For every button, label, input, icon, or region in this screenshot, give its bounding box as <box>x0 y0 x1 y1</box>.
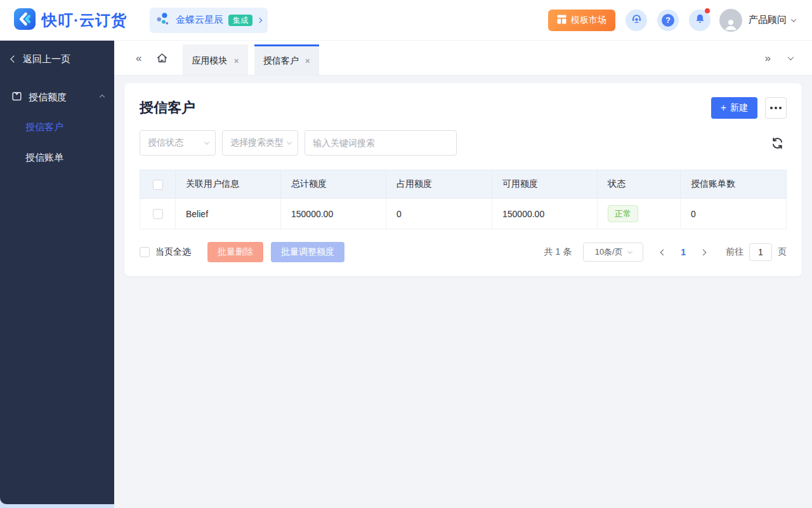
chevron-down-icon <box>627 248 632 253</box>
card-header: 授信客户 + 新建 <box>124 83 802 119</box>
page-size-select[interactable]: 10条/页 <box>583 243 643 262</box>
page-number-1[interactable]: 1 <box>681 247 686 257</box>
bell-icon <box>695 13 705 27</box>
content: 授信客户 + 新建 授信状态 <box>114 76 812 508</box>
user-role-label: 产品顾问 <box>749 14 787 26</box>
avatar[interactable] <box>719 9 742 32</box>
tab-close-icon[interactable]: × <box>233 56 239 66</box>
column-header: 可用额度 <box>492 170 598 199</box>
column-header: 关联用户信息 <box>176 170 281 199</box>
brand-name: 快叮·云订货 <box>42 10 127 30</box>
tab-close-icon[interactable]: × <box>305 56 310 66</box>
new-button[interactable]: + 新建 <box>711 97 757 119</box>
plus-icon: + <box>721 103 726 113</box>
credit-customers-table: 关联用户信息 总计额度 占用额度 可用额度 状态 授信账单数 <box>140 170 787 229</box>
back-button[interactable]: 返回上一页 <box>0 46 114 72</box>
integration-entry[interactable]: 金蝶云星辰 集成 <box>150 8 268 33</box>
prev-page-button[interactable] <box>661 250 665 255</box>
select-all-page-checkbox[interactable] <box>140 247 150 257</box>
page-title: 授信客户 <box>140 98 195 117</box>
refresh-button[interactable] <box>771 137 784 150</box>
tabs-menu-icon[interactable] <box>788 54 794 60</box>
top-header: 快叮·云订货 金蝶云星辰 集成 <box>0 0 812 41</box>
tabbar-right-controls: » <box>765 53 793 64</box>
sidebar-item-label: 授信客户 <box>25 121 63 133</box>
cell-available: 150000.00 <box>492 199 598 229</box>
cell-used: 0 <box>386 199 492 229</box>
chevron-left-icon <box>10 55 17 62</box>
table-row: Belief 150000.00 0 150000.00 正常 0 <box>140 199 787 229</box>
dot-icon <box>779 107 782 109</box>
tabs-scroll-right-icon[interactable]: » <box>765 53 771 64</box>
template-market-button[interactable]: 模板市场 <box>548 10 615 31</box>
column-header: 总计额度 <box>281 170 386 199</box>
chevron-left-icon <box>660 249 667 255</box>
credit-badge-icon <box>11 91 22 104</box>
credit-customers-card: 授信客户 + 新建 授信状态 <box>124 83 802 276</box>
batch-adjust-button[interactable]: 批量调整额度 <box>271 242 344 262</box>
tab-credit-customers[interactable]: 授信客户 × <box>254 44 319 75</box>
select-all-header-checkbox[interactable] <box>153 180 163 190</box>
table-header-row: 关联用户信息 总计额度 占用额度 可用额度 状态 授信账单数 <box>140 170 787 199</box>
question-icon: ? <box>662 14 674 27</box>
home-tab-button[interactable] <box>155 51 169 65</box>
chevron-right-icon <box>700 249 707 255</box>
sidebar-group-credit[interactable]: 授信额度 <box>0 83 114 112</box>
tab-bar: « 应用模块 × 授信客户 × » <box>114 41 812 76</box>
new-button-label: 新建 <box>730 102 748 114</box>
dot-icon <box>775 107 777 109</box>
refresh-icon <box>771 137 784 150</box>
goto-suffix-label: 页 <box>778 246 787 258</box>
app-root: 快叮·云订货 金蝶云星辰 集成 <box>0 0 812 508</box>
user-menu[interactable]: 产品顾问 <box>749 14 796 26</box>
sidebar-group-label: 授信额度 <box>29 91 67 104</box>
help-button[interactable]: ? <box>657 10 679 31</box>
page-size-value: 10条/页 <box>595 246 623 258</box>
support-button[interactable] <box>625 10 647 31</box>
search-type-select[interactable]: 选择搜索类型 <box>222 130 298 156</box>
integration-dots-icon <box>156 11 171 29</box>
credit-status-placeholder: 授信状态 <box>148 137 183 149</box>
total-count-label: 共 1 条 <box>544 246 572 258</box>
brand-logo[interactable]: 快叮·云订货 <box>14 8 127 32</box>
brand-logo-icon <box>14 8 36 32</box>
row-checkbox[interactable] <box>153 209 163 219</box>
chevron-down-icon <box>204 139 209 144</box>
back-label: 返回上一页 <box>23 53 70 65</box>
main-area: « 应用模块 × 授信客户 × » <box>114 41 812 508</box>
more-actions-button[interactable] <box>765 97 787 119</box>
goto-prefix-label: 前往 <box>726 246 743 258</box>
notification-dot <box>705 8 710 13</box>
card-actions: + 新建 <box>711 97 787 119</box>
search-type-placeholder: 选择搜索类型 <box>230 137 284 149</box>
dot-icon <box>770 107 773 109</box>
goto-page-input[interactable] <box>749 243 772 261</box>
cell-bills: 0 <box>681 199 787 229</box>
table-wrap: 关联用户信息 总计额度 占用额度 可用额度 状态 授信账单数 <box>124 156 802 229</box>
column-header: 占用额度 <box>386 170 492 199</box>
chevron-right-icon <box>257 17 262 22</box>
headset-icon <box>631 13 643 27</box>
tab-app-modules[interactable]: 应用模块 × <box>183 44 247 75</box>
chevron-down-icon <box>287 139 292 144</box>
keyword-search-input[interactable] <box>304 130 457 156</box>
column-header: 授信账单数 <box>681 170 787 199</box>
body: 返回上一页 授信额度 授信客户 授信账单 <box>0 41 812 508</box>
sidebar-item-credit-bills[interactable]: 授信账单 <box>0 142 114 173</box>
chevron-up-icon <box>100 95 105 100</box>
batch-delete-button[interactable]: 批量删除 <box>207 242 263 262</box>
sidebar-item-credit-customers[interactable]: 授信客户 <box>0 112 114 142</box>
notifications-button[interactable] <box>689 10 710 31</box>
sidebar-wrap: 返回上一页 授信额度 授信客户 授信账单 <box>0 41 114 508</box>
sidebar-item-label: 授信账单 <box>25 152 63 164</box>
column-header: 状态 <box>598 170 681 199</box>
status-badge: 正常 <box>608 205 638 222</box>
credit-status-select[interactable]: 授信状态 <box>140 130 216 156</box>
next-page-button[interactable] <box>701 250 705 255</box>
template-market-label: 模板市场 <box>571 15 606 26</box>
tabs-scroll-left-icon[interactable]: « <box>136 53 141 64</box>
header-actions: 模板市场 ? <box>548 9 796 32</box>
filter-bar: 授信状态 选择搜索类型 <box>124 119 802 156</box>
tab-label: 授信客户 <box>263 55 299 67</box>
cell-total: 150000.00 <box>281 199 386 229</box>
